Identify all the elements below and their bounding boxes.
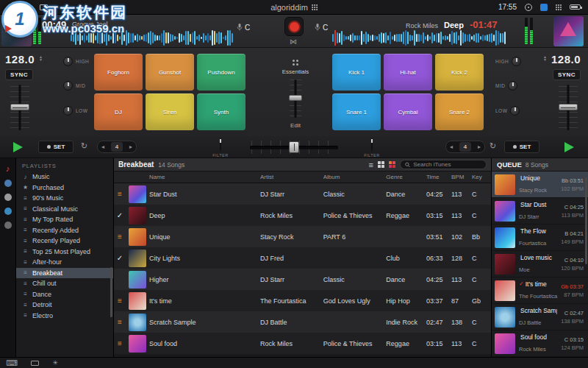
deck-b-loop-icon[interactable]: ↻: [490, 141, 496, 151]
source-icon-4[interactable]: [4, 208, 12, 215]
row-marker-icon[interactable]: ✓: [114, 254, 126, 262]
sample-pack-name[interactable]: Essentials: [265, 68, 326, 75]
loop-increase-icon[interactable]: ▸: [129, 144, 132, 150]
queue-item-soul-food[interactable]: Soul foodRock Miles C 03:15124 BPM: [492, 330, 588, 357]
search-box[interactable]: [400, 160, 487, 169]
deck-a-loop-length-control[interactable]: ◂ 4 ▸: [97, 141, 137, 153]
track-row-scratch-sample[interactable]: ≡ Scratch Sample DJ Battle Indie Rock 02…: [114, 311, 491, 333]
deck-b-key-indicator[interactable]: C: [315, 21, 328, 34]
source-icon-2[interactable]: [4, 180, 12, 187]
track-row-higher[interactable]: Higher DJ Starr Classic Dance 04:25 113 …: [114, 269, 491, 290]
deck-a-key-indicator[interactable]: C: [237, 21, 250, 34]
sampler-volume-slider[interactable]: [265, 79, 326, 118]
queue-item-star-dust[interactable]: Star DustDJ Starr C 04:25113 BPM: [492, 198, 588, 224]
deck-a-play-button[interactable]: [13, 142, 23, 152]
column-bpm[interactable]: BPM: [451, 174, 472, 180]
track-row-soul-food[interactable]: ≡ Soul food Rock Miles Police & Thieves …: [114, 333, 491, 354]
pad-gunshot[interactable]: Gunshot: [146, 54, 194, 91]
track-row-unique[interactable]: ≡ Unique Stacy Rock PART 6 03:51 102 Bb: [114, 226, 491, 247]
deck-a-bpm-stepper[interactable]: ▲▼: [39, 55, 43, 61]
brightness-icon[interactable]: ☀: [52, 359, 58, 367]
itunes-music-icon[interactable]: ♪: [6, 164, 10, 173]
track-row-city-lights[interactable]: ✓ City Lights DJ Fred Club 06:33 128 C: [114, 247, 491, 269]
column-key[interactable]: Key: [472, 174, 488, 180]
sidebar-item-breakbeat[interactable]: ≡Breakbeat: [16, 268, 113, 279]
pad-snare-2[interactable]: Snare 2: [435, 93, 484, 130]
loop-decrease-icon[interactable]: ◂: [101, 144, 104, 150]
search-input[interactable]: [413, 161, 481, 168]
sidebar-item-classical-music[interactable]: ≡Classical Music: [16, 204, 113, 215]
eq-mid-knob[interactable]: [63, 81, 73, 91]
pad-snare-1[interactable]: Snare 1: [332, 93, 381, 130]
sidebar-item-my-top-rated[interactable]: ≡My Top Rated: [16, 214, 113, 225]
queue-item-scratch-sample[interactable]: Scratch SampleDJ Battle C 02:47138 BPM: [492, 304, 588, 330]
pad-cymbal[interactable]: Cymbal: [384, 93, 432, 130]
queue-item-love-music[interactable]: Love musicMoe C 04:10120 BPM: [492, 251, 588, 277]
pad-foghorn[interactable]: Foghorn: [94, 54, 143, 91]
column-artist[interactable]: Artist: [260, 174, 323, 180]
spaces-grid-icon[interactable]: [556, 4, 562, 10]
app-badge-icon[interactable]: [540, 4, 548, 11]
sidebar-scrollbar[interactable]: [110, 267, 112, 317]
crossfader-handle[interactable]: [289, 141, 299, 153]
eq-mid-knob[interactable]: [508, 81, 517, 91]
deck-b-play-button[interactable]: [564, 142, 574, 152]
external-display-icon[interactable]: [31, 361, 39, 366]
row-marker-icon[interactable]: ≡: [114, 190, 126, 198]
deck-a-cue-set-button[interactable]: SET: [38, 141, 74, 153]
record-button[interactable]: [284, 17, 304, 36]
fader-handle[interactable]: [10, 104, 29, 110]
deck-a-pitch-fader[interactable]: [10, 85, 29, 130]
keyboard-shortcuts-icon[interactable]: ⌨: [6, 359, 18, 367]
grid-view-icon[interactable]: [378, 161, 384, 168]
sidebar-item-recently-added[interactable]: ≡Recently Added: [16, 225, 113, 236]
queue-item-its-time[interactable]: ✓It's timeThe Fourtastica Gb 03:3787 BPM: [492, 277, 588, 304]
track-row-star-dust[interactable]: ≡ Star Dust DJ Starr Classic Dance 04:25…: [114, 183, 491, 205]
queue-item-unique[interactable]: UniqueStacy Rock Bb 03:51102 BPM: [492, 171, 588, 198]
sampler-edit-button[interactable]: Edit: [265, 122, 326, 129]
sidebar-item-detroit[interactable]: ≡Detroit: [16, 300, 113, 311]
deck-b-loop-length-control[interactable]: ◂ 4 ▸: [445, 141, 485, 153]
crossfader[interactable]: [250, 141, 338, 154]
menubar-clock[interactable]: 17:55: [498, 3, 517, 11]
filter-knob[interactable]: [371, 138, 373, 152]
deck-b-bpm-stepper[interactable]: ▲▼: [543, 55, 547, 61]
deck-a-loop-icon[interactable]: ↻: [81, 141, 87, 151]
eq-low-knob[interactable]: [510, 106, 520, 116]
deck-b-waveform[interactable]: [332, 30, 507, 46]
pad-kick-2[interactable]: Kick 2: [435, 54, 484, 91]
pad-siren[interactable]: Siren: [146, 93, 194, 130]
list-view-icon[interactable]: ≡: [369, 161, 373, 169]
deck-b-sync-button[interactable]: SYNC: [553, 69, 581, 80]
source-icon-5[interactable]: [4, 222, 12, 229]
filter-knob[interactable]: [220, 138, 221, 152]
slider-handle[interactable]: [289, 95, 302, 101]
deck-a-sync-button[interactable]: SYNC: [5, 69, 33, 80]
row-marker-icon[interactable]: ≡: [114, 297, 126, 305]
loop-increase-icon[interactable]: ▸: [478, 144, 481, 150]
column-genre[interactable]: Genre: [386, 174, 426, 180]
sidebar-item-chill-out[interactable]: ≡Chill out: [16, 278, 113, 289]
column-time[interactable]: Time: [426, 174, 451, 180]
sidebar-item-purchased[interactable]: ★Purchased: [16, 183, 113, 194]
sidebar-item-recently-played[interactable]: ≡Recently Played: [16, 236, 113, 247]
eq-low-knob[interactable]: [63, 106, 73, 116]
pad-kick-1[interactable]: Kick 1: [332, 54, 381, 91]
queue-item-the-flow[interactable]: The FlowFourtastica B 04:21149 BPM: [492, 224, 588, 251]
row-marker-icon[interactable]: ≡: [114, 339, 126, 347]
sidebar-item-after-hour[interactable]: ≡After-hour: [16, 257, 113, 268]
track-row-deep[interactable]: ✓ Deep Rock Miles Police & Thieves Regga…: [114, 205, 491, 226]
pad-synth[interactable]: Synth: [197, 93, 245, 130]
pad-dj[interactable]: DJ: [94, 93, 143, 130]
sidebar-item-top-25-most-played[interactable]: ≡Top 25 Most Played: [16, 247, 113, 258]
deck-b-pitch-fader[interactable]: [559, 85, 578, 130]
source-icon-3[interactable]: [4, 194, 12, 201]
artwork-view-icon[interactable]: [389, 161, 395, 168]
row-marker-icon[interactable]: ≡: [114, 233, 126, 241]
fader-handle[interactable]: [559, 104, 578, 110]
pad-hi-hat[interactable]: Hi-hat: [384, 54, 432, 91]
pad-pushdown[interactable]: Pushdown: [197, 54, 245, 91]
queue-scrollbar[interactable]: [585, 177, 587, 264]
update-status-icon[interactable]: [525, 4, 532, 11]
eq-high-knob[interactable]: [63, 57, 73, 66]
